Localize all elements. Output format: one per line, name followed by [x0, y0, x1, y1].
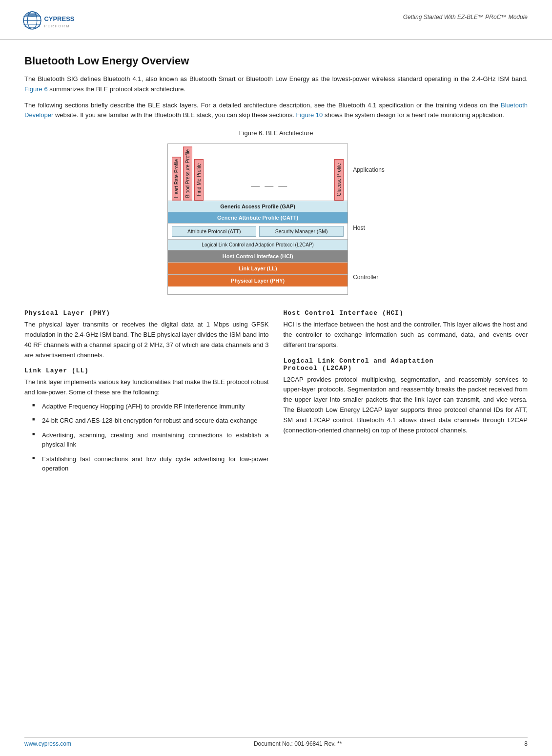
glucose-profile: Glucose Profile [334, 159, 344, 201]
hci-label: Host Control Interface (HCI) [223, 253, 293, 259]
ll-layer: Link Layer (LL) [168, 263, 348, 275]
host-label-area: Host [353, 196, 385, 260]
page-title: Bluetooth Low Energy Overview [24, 55, 528, 67]
ll-bullet-1: Adaptive Frequency Hopping (AFH) to prov… [32, 402, 269, 411]
l2cap-label: Logical Link Control and Adaption Protoc… [202, 242, 314, 247]
footer-page-number: 8 [524, 740, 528, 747]
att-sm-row: Attribute Protocol (ATT) Security Manage… [168, 224, 348, 240]
hci-layer: Host Control Interface (HCI) [168, 250, 348, 263]
controller-label-area: Controller [353, 260, 385, 295]
ll-bullet-3: Advertising, scanning, creating and main… [32, 430, 269, 450]
heart-rate-profile: Heart Rate Profile [172, 157, 181, 200]
applications-label: Applications [353, 166, 385, 173]
att-layer: Attribute Protocol (ATT) [172, 226, 256, 237]
footer-doc-number: Document No.: 001-96841 Rev. ** [254, 740, 342, 747]
ll-bullet-4: Establishing fast connections and low du… [32, 454, 269, 473]
sm-layer: Security Manager (SM) [259, 226, 344, 237]
header-title-text: Getting Started With EZ-BLE™ PRoC™ Modul… [403, 14, 528, 20]
ll-bullet-2: 24-bit CRC and AES-128-bit encryption fo… [32, 416, 269, 426]
paragraph-1: The Bluetooth SIG defines Bluetooth 4.1,… [24, 74, 528, 95]
cypress-logo: CYPRESS PERFORM [20, 9, 83, 36]
gap-label: Generic Access Profile (GAP) [220, 204, 295, 209]
paragraph-2: The following sections briefly describe … [24, 101, 528, 121]
ll-text: The link layer implements various key fu… [24, 377, 269, 398]
logo-area: CYPRESS PERFORM [20, 9, 83, 36]
l2cap-heading: Logical Link Control and AdaptationProto… [284, 357, 528, 372]
controller-label: Controller [353, 274, 378, 281]
right-column: Host Control Interface (HCI) HCI is the … [284, 309, 528, 478]
ll-label: Link Layer (LL) [239, 266, 277, 271]
hci-text: HCI is the interface between the host an… [284, 320, 528, 350]
ll-heading: Link Layer (LL) [24, 367, 269, 374]
two-col-sections: Physical Layer (PHY) The physical layer … [24, 309, 528, 478]
figure-caption: Figure 6. BLE Architecture [24, 129, 528, 137]
footer-website[interactable]: www.cypress.com [24, 740, 71, 747]
blood-pressure-profile: Blood Pressure Profile [183, 147, 192, 201]
profile-dashes: — — — [205, 181, 332, 201]
left-column: Physical Layer (PHY) The physical layer … [24, 309, 269, 478]
ll-bullet-list: Adaptive Frequency Hopping (AFH) to prov… [24, 402, 269, 473]
header-title: Getting Started With EZ-BLE™ PRoC™ Modul… [403, 9, 528, 20]
ble-diagram-container: Heart Rate Profile Blood Pressure Profil… [24, 143, 528, 295]
figure10-link[interactable]: Figure 10 [296, 111, 323, 119]
main-content: Bluetooth Low Energy Overview The Blueto… [0, 40, 552, 493]
phy-label: Physical Layer (PHY) [231, 278, 285, 284]
svg-text:CYPRESS: CYPRESS [44, 15, 74, 22]
sm-label: Security Manager (SM) [275, 228, 328, 234]
footer: www.cypress.com Document No.: 001-96841 … [24, 737, 528, 747]
find-me-profile: Find Me Profile [194, 159, 204, 201]
phy-text: The physical layer transmits or receives… [24, 320, 269, 360]
hci-heading: Host Control Interface (HCI) [284, 309, 528, 317]
host-label: Host [353, 225, 365, 231]
att-label: Attribute Protocol (ATT) [187, 228, 241, 234]
page: CYPRESS PERFORM Getting Started With EZ-… [0, 0, 552, 756]
gatt-layer: Generic Attribute Profile (GATT) [168, 212, 348, 224]
l2cap-layer: Logical Link Control and Adaption Protoc… [168, 240, 348, 250]
gap-layer: Generic Access Profile (GAP) [168, 201, 348, 212]
gatt-label: Generic Attribute Profile (GATT) [217, 215, 298, 221]
phy-layer: Physical Layer (PHY) [168, 275, 348, 286]
svg-text:PERFORM: PERFORM [44, 24, 70, 28]
bt-developer-link[interactable]: Bluetooth Developer [24, 102, 528, 119]
profiles-row: Heart Rate Profile Blood Pressure Profil… [168, 144, 348, 201]
l2cap-text: L2CAP provides protocol multiplexing, se… [284, 375, 528, 436]
figure6-link[interactable]: Figure 6 [24, 85, 48, 93]
phy-heading: Physical Layer (PHY) [24, 309, 269, 317]
header: CYPRESS PERFORM Getting Started With EZ-… [0, 0, 552, 40]
applications-label-area: Applications [353, 143, 385, 196]
ble-diagram: Heart Rate Profile Blood Pressure Profil… [167, 143, 348, 295]
